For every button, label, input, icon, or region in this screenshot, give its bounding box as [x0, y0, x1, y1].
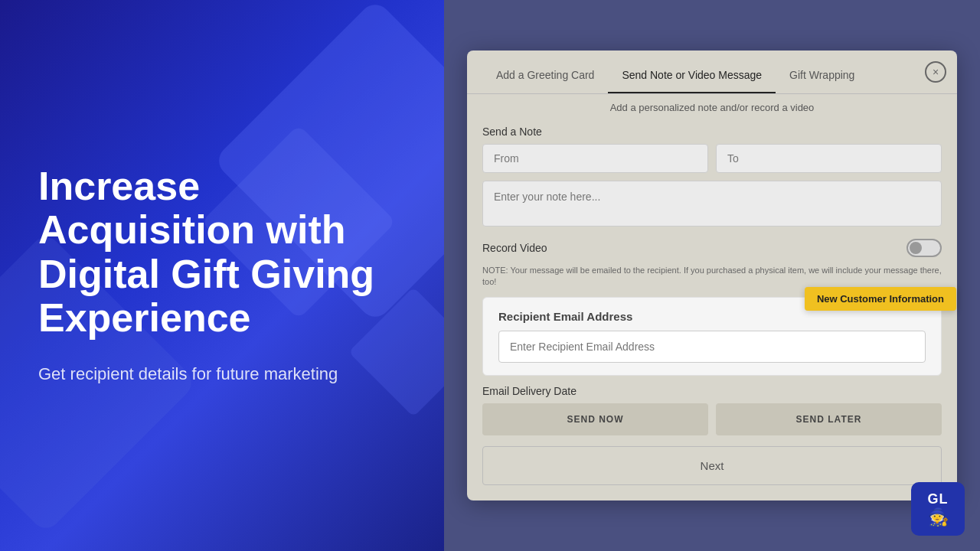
tab-gift-wrapping[interactable]: Gift Wrapping — [776, 58, 868, 93]
send-note-label: Send a Note — [482, 126, 942, 138]
close-button[interactable]: × — [925, 61, 946, 83]
tab-bar: Add a Greeting Card Send Note or Video M… — [467, 51, 957, 94]
record-video-row: Record Video — [482, 239, 942, 257]
left-panel: Increase Acquisition with Digital Gift G… — [0, 0, 444, 551]
send-later-button[interactable]: SEND LATER — [716, 403, 942, 435]
from-to-row — [482, 144, 942, 173]
sub-heading: Get recipient details for future marketi… — [38, 363, 406, 386]
recipient-email-input[interactable] — [498, 331, 926, 363]
from-input[interactable] — [482, 144, 708, 173]
right-panel: × Add a Greeting Card Send Note or Video… — [444, 0, 980, 551]
logo-icon: 🧙 — [928, 507, 949, 527]
send-buttons-row: SEND NOW SEND LATER — [482, 403, 942, 435]
record-video-label: Record Video — [482, 242, 547, 254]
tab-greeting-card[interactable]: Add a Greeting Card — [482, 58, 608, 93]
recipient-label: Recipient Email Address — [498, 310, 926, 323]
logo-letters: GL — [928, 491, 949, 507]
note-disclaimer: NOTE: Your message will be emailed to th… — [482, 265, 942, 289]
modal-body: Send a Note Record Video NOTE: Your mess… — [467, 118, 957, 501]
tab-subtitle: Add a personalized note and/or record a … — [467, 94, 957, 118]
new-customer-badge: New Customer Information — [805, 287, 956, 311]
note-textarea[interactable] — [482, 181, 942, 227]
main-heading: Increase Acquisition with Digital Gift G… — [38, 165, 406, 340]
to-input[interactable] — [716, 144, 942, 173]
modal: × Add a Greeting Card Send Note or Video… — [467, 51, 957, 501]
next-button[interactable]: Next — [482, 446, 942, 485]
send-now-button[interactable]: SEND NOW — [482, 403, 708, 435]
recipient-section: New Customer Information Recipient Email… — [482, 297, 942, 376]
email-delivery-label: Email Delivery Date — [482, 385, 942, 397]
record-video-toggle[interactable] — [906, 239, 942, 257]
logo-badge: GL 🧙 — [911, 482, 965, 536]
tab-send-note[interactable]: Send Note or Video Message — [608, 58, 776, 93]
